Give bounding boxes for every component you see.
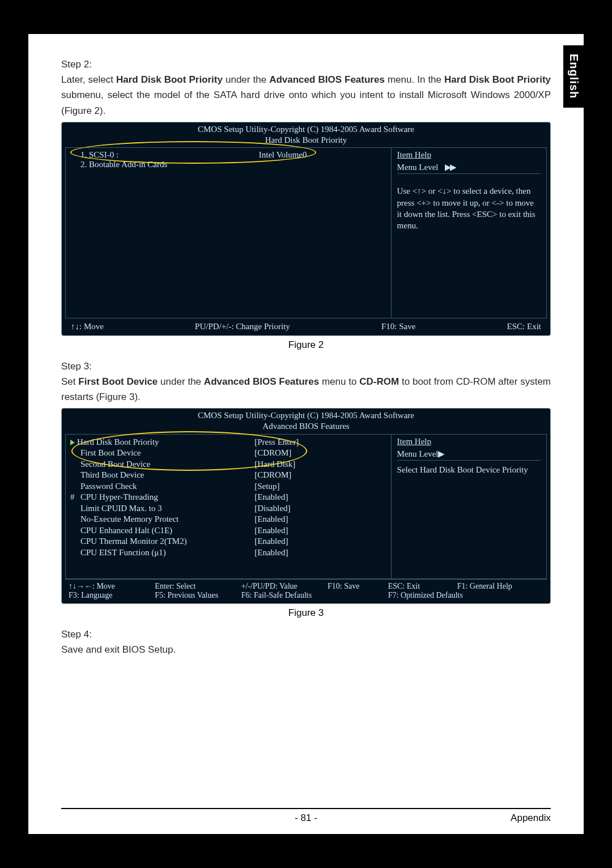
step4-heading: Step 4: [61,627,551,642]
bios-item-label: First Boot Device [70,448,254,459]
t: Hard Disk Boot Priority [444,74,551,85]
bios-item-row: CPU EIST Function (μ1)[Enabled] [70,547,386,559]
manual-page: Step 2: Later, select Hard Disk Boot Pri… [28,34,584,834]
c [328,591,388,600]
step2-body: Later, select Hard Disk Boot Priority un… [61,72,551,118]
t: Advanced BIOS Features [62,421,550,432]
t: submenu, select the model of the SATA ha… [61,90,551,116]
row1-l: 1. SCSI-0 : [70,150,259,160]
bios-left-panel: 1. SCSI-0 : Intel Volume0 2. Bootable Ad… [66,148,392,318]
t: under the [158,376,204,387]
bios-title: CMOS Setup Utility-Copyright (C) 1984-20… [62,122,550,146]
arrow-icon: ▶ [438,449,445,458]
bios-item-value: [CDROM] [254,448,386,459]
t: Advanced BIOS Features [269,74,385,85]
bios-item-value: [Hard Disk] [254,459,386,470]
bios-item-label: Third Boot Device [70,470,254,481]
help-text: Select Hard Disk Boot Device Priority [397,464,541,475]
label-text: Hard Disk Boot Priority [77,437,159,446]
bios-item-label: CPU Thermal Monitor 2(TM2) [70,536,254,547]
bios-item-label: Hard Disk Boot Priority [70,437,254,448]
t: Hard Disk Boot Priority [62,135,550,146]
bios-fig3: CMOS Setup Utility-Copyright (C) 1984-20… [61,408,551,604]
menu-level: Menu Level [397,163,439,172]
c: F5: Previous Values [155,591,241,600]
t: menu to [319,376,359,387]
bios-item-value: [Enabled] [254,492,386,503]
c: F7: Optimized Defaults [388,591,543,600]
page-footer: - 81 - Appendix [61,812,551,824]
bios-left-panel: Hard Disk Boot Priority[Press Enter]Firs… [66,435,392,578]
bios-item-value: [CDROM] [254,470,386,481]
c: Enter: Select [155,582,241,591]
t: under the [223,74,269,85]
bios-item-value: [Enabled] [254,547,386,559]
bios-fig2: CMOS Setup Utility-Copyright (C) 1984-20… [61,122,551,336]
triangle-icon [70,440,75,445]
bios-title: CMOS Setup Utility-Copyright (C) 1984-20… [62,409,550,432]
bios-item-label: Second Boot Device [70,459,254,470]
bios-item-row: Third Boot Device[CDROM] [70,470,386,481]
bios-item-value: [Setup] [254,481,386,492]
label-text: CPU Hyper-Threading [80,492,158,501]
bios-item-row: First Boot Device[CDROM] [70,448,386,459]
bios-item-value: [Press Enter] [254,437,386,448]
fig2-caption: Figure 2 [61,339,551,351]
f-exit: ESC: Exit [507,322,541,331]
label-text: Third Boot Device [80,470,144,479]
label-text: No-Execute Memory Protect [80,514,178,524]
bios-item-row: Hard Disk Boot Priority[Press Enter] [70,437,386,448]
t: Set [61,376,78,387]
label-text: Second Boot Device [80,459,150,469]
bios-item-label: CPU Enhanced Halt (C1E) [70,525,254,537]
bios-item-label: Limit CPUID Max. to 3 [70,503,254,514]
bios-help-panel: Item Help Menu Level ▶▶ Use <↑> or <↓> t… [392,148,546,318]
step3-heading: Step 3: [61,359,551,374]
t: Later, select [61,74,116,85]
bios-footer: ↑↓: Move PU/PD/+/-: Change Priority F10:… [62,318,550,337]
step4-text: Save and exit BIOS Setup. [61,642,551,657]
bios-item-row: Password Check[Setup] [70,481,386,492]
bios-item-label: No-Execute Memory Protect [70,514,254,525]
label-text: First Boot Device [80,448,141,457]
t: CMOS Setup Utility-Copyright (C) 1984-20… [62,410,550,421]
f-save: F10: Save [381,322,415,331]
page-number: - 81 - [61,812,551,824]
bios-item-label: Password Check [70,481,254,492]
bios-item-row: Second Boot Device[Hard Disk] [70,459,386,470]
bios-item-row: No-Execute Memory Protect[Enabled] [70,514,386,525]
bios-item-label: #CPU Hyper-Threading [70,492,254,503]
t: CD-ROM [359,376,399,387]
bios-item-row: Limit CPUID Max. to 3[Disabled] [70,503,386,514]
label-text: CPU EIST Function (μ1) [80,548,166,557]
t: Advanced BIOS Features [204,376,319,387]
bios-item-value: [Enabled] [254,536,386,547]
c: F10: Save [328,582,388,591]
marker: # [70,492,80,503]
f-move: ↑↓: Move [71,322,104,331]
bios-item-label: CPU EIST Function (μ1) [70,547,254,559]
bios-footer: ↑↓→←: Move Enter: Select +/-/PU/PD: Valu… [65,579,547,603]
c: ↑↓→←: Move [69,582,155,591]
c: ESC: Exit [388,582,457,591]
menu-level: Menu Level [397,449,439,458]
t: CMOS Setup Utility-Copyright (C) 1984-20… [62,124,550,135]
bios-item-row: CPU Enhanced Halt (C1E)[Enabled] [70,525,386,537]
step3-body: Set First Boot Device under the Advanced… [61,374,551,405]
row2: 2. Bootable Add-in Cards [70,160,386,169]
label-text: CPU Enhanced Halt (C1E) [80,526,172,535]
help-title: Item Help [397,150,541,160]
c: F1: General Help [457,582,543,591]
step2-heading: Step 2: [61,57,551,72]
help-text: Use <↑> or <↓> to select a device, then … [397,185,541,231]
fig3-caption: Figure 3 [61,607,551,619]
label-text: Password Check [80,482,137,491]
f-change: PU/PD/+/-: Change Priority [195,322,290,331]
bios-item-value: [Enabled] [254,514,386,525]
label-text: CPU Thermal Monitor 2(TM2) [80,537,187,546]
arrow-icon: ▶▶ [445,163,455,172]
footer-rule [61,808,551,809]
bios-item-value: [Enabled] [254,525,386,537]
help-title: Item Help [397,437,541,446]
bios-item-row: CPU Thermal Monitor 2(TM2)[Enabled] [70,536,386,547]
